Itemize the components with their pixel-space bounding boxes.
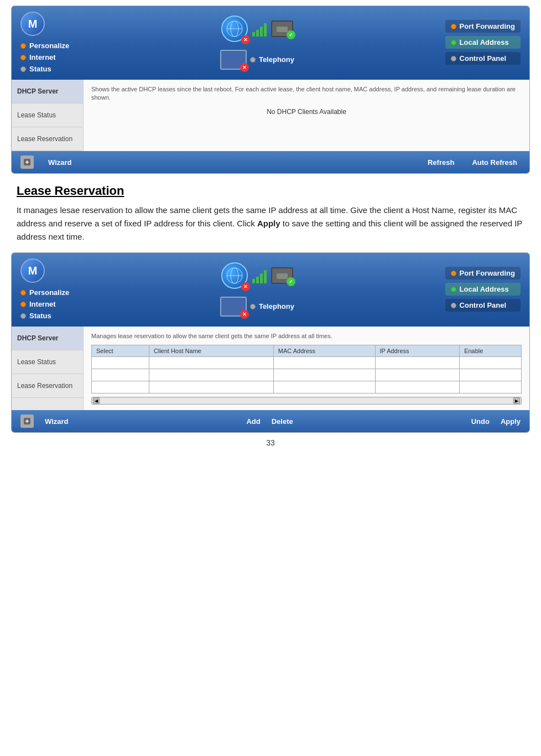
nav-dot-personalize-2: [20, 290, 26, 296]
dot-local-address-2: [451, 287, 456, 292]
router-footer-2: Wizard Add Delete Undo Apply: [12, 410, 529, 432]
x-badge-monitor-2: ✕: [240, 310, 249, 319]
add-btn[interactable]: Add: [246, 417, 260, 426]
x-badge-globe-2: ✕: [241, 282, 250, 291]
dot-port-forwarding-2: [451, 271, 456, 276]
horizontal-scrollbar[interactable]: ◀ ▶: [91, 397, 522, 405]
header-right-1: Port Forwarding Local Address Control Pa…: [445, 20, 521, 65]
table-row-empty-1: [92, 357, 522, 369]
sidebar-lease-reservation-2[interactable]: Lease Reservation: [12, 374, 83, 398]
telephony-item-1[interactable]: Telephony: [250, 55, 294, 64]
section-description: It manages lesae reservation to allow th…: [17, 204, 524, 244]
delete-btn[interactable]: Delete: [272, 417, 293, 426]
dot-port-forwarding-1: [451, 24, 456, 29]
x-badge-monitor-1: ✕: [240, 63, 249, 72]
wizard-icon-2: [20, 415, 34, 428]
table-row-empty-3: [92, 381, 522, 393]
sidebar-dhcp-server-1[interactable]: DHCP Server: [12, 80, 83, 103]
nav-dot-status-2: [20, 313, 26, 319]
svg-rect-14: [280, 275, 282, 277]
nav-dot-status-1: [20, 66, 26, 72]
col-enable: Enable: [460, 345, 522, 357]
nav-internet-2[interactable]: Internet: [20, 300, 56, 308]
col-select: Select: [92, 345, 149, 357]
nav-status-2[interactable]: Status: [20, 312, 51, 320]
nav-status-1[interactable]: Status: [20, 65, 51, 73]
undo-btn[interactable]: Undo: [471, 417, 490, 426]
signal-bars-1: [252, 21, 267, 37]
sidebar-2: DHCP Server Lease Status Lease Reservati…: [12, 327, 84, 410]
router-footer-1: Wizard Refresh Auto Refresh: [12, 151, 529, 173]
sidebar-lease-status-1[interactable]: Lease Status: [12, 103, 83, 127]
page-number: 33: [11, 438, 530, 447]
description-text-1: Shows the active DHCP leases since the l…: [91, 85, 522, 102]
svg-rect-13: [278, 275, 279, 277]
panel2: M Personalize Internet Status: [11, 252, 530, 433]
nav-local-address-2[interactable]: Local Address: [445, 283, 521, 296]
check-badge-router-2: ✓: [287, 277, 295, 286]
col-host-name: Client Host Name: [149, 345, 273, 357]
nav-personalize-2[interactable]: Personalize: [20, 288, 69, 297]
panel1: M Personalize Internet Status: [11, 6, 530, 174]
lease-table: Select Client Host Name MAC Address IP A…: [91, 345, 522, 393]
nav-port-forwarding-2[interactable]: Port Forwarding: [445, 267, 521, 279]
check-badge-router-1: ✓: [287, 30, 295, 39]
svg-rect-5: [280, 28, 282, 30]
nav-dot-personalize-1: [20, 43, 26, 49]
scroll-left-arrow[interactable]: ◀: [93, 397, 100, 404]
lease-reservation-heading: Lease Reservation: [17, 184, 530, 198]
nav-internet-1[interactable]: Internet: [20, 53, 56, 61]
router-header-2: M Personalize Internet Status: [12, 253, 529, 327]
x-badge-globe-1: ✕: [241, 35, 250, 44]
auto-refresh-btn-1[interactable]: Auto Refresh: [469, 157, 521, 168]
main-content-1: Shows the active DHCP leases since the l…: [84, 80, 529, 151]
motorola-logo-2: M: [20, 258, 45, 283]
signal-bars-2: [252, 268, 267, 283]
nav-control-panel-1[interactable]: Control Panel: [445, 52, 521, 65]
dot-control-panel-2: [451, 303, 456, 308]
wizard-icon-1: [20, 156, 34, 169]
router-content-1: DHCP Server Lease Status Lease Reservati…: [12, 80, 529, 151]
sidebar-dhcp-server-2[interactable]: DHCP Server: [12, 327, 83, 350]
main-content-2: Manages lease reservation to allow the s…: [84, 327, 529, 410]
col-mac-address: MAC Address: [273, 345, 375, 357]
nav-control-panel-2[interactable]: Control Panel: [445, 299, 521, 312]
no-clients-text-1: No DHCP Clients Available: [91, 108, 522, 116]
sidebar-lease-reservation-1[interactable]: Lease Reservation: [12, 127, 83, 151]
telephony-item-2[interactable]: Telephony: [250, 302, 294, 310]
motorola-logo-1: M: [20, 12, 45, 36]
col-ip-address: IP Address: [375, 345, 460, 357]
dot-local-address-1: [451, 40, 456, 45]
nav-dot-telephony-1: [250, 57, 256, 63]
nav-dot-telephony-2: [250, 304, 256, 309]
svg-rect-4: [278, 28, 279, 30]
refresh-btn-1[interactable]: Refresh: [424, 157, 457, 168]
nav-personalize-1[interactable]: Personalize: [20, 42, 69, 50]
apply-bold: Apply: [257, 219, 280, 228]
nav-dot-internet-1: [20, 55, 26, 60]
nav-dot-internet-2: [20, 302, 26, 307]
router-header-1: M Personalize Internet Status: [12, 6, 529, 80]
scroll-right-arrow[interactable]: ▶: [513, 397, 520, 404]
description-text-2: Manages lease reservation to allow the s…: [91, 332, 522, 340]
header-right-2: Port Forwarding Local Address Control Pa…: [445, 267, 521, 312]
sidebar-lease-status-2[interactable]: Lease Status: [12, 350, 83, 374]
table-row-empty-2: [92, 369, 522, 381]
wizard-btn-1[interactable]: Wizard: [45, 157, 75, 168]
sidebar-1: DHCP Server Lease Status Lease Reservati…: [12, 80, 84, 151]
nav-local-address-1[interactable]: Local Address: [445, 36, 521, 49]
router-content-2: DHCP Server Lease Status Lease Reservati…: [12, 327, 529, 410]
dot-control-panel-1: [451, 56, 456, 61]
nav-port-forwarding-1[interactable]: Port Forwarding: [445, 20, 521, 33]
wizard-btn-2[interactable]: Wizard: [45, 417, 69, 426]
apply-btn[interactable]: Apply: [501, 417, 521, 426]
